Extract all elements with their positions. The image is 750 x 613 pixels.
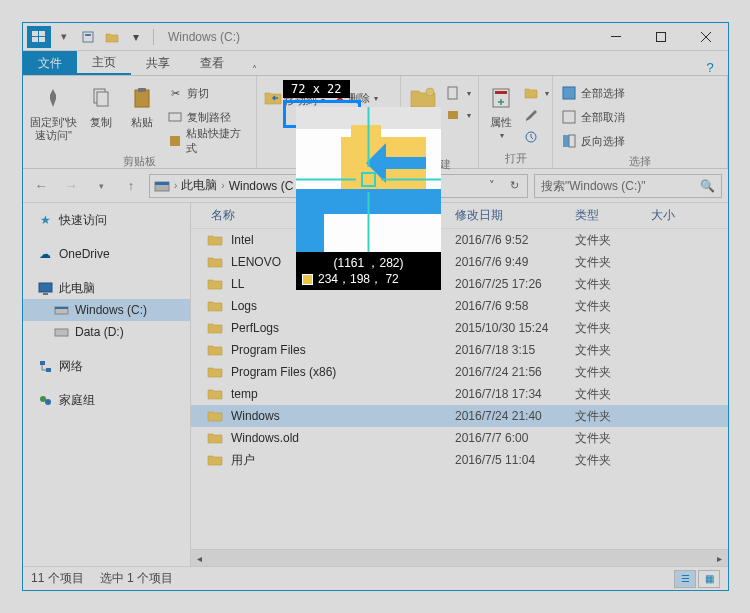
table-row[interactable]: Windows.old2016/7/7 6:00文件夹 [191,427,728,449]
chevron-right-icon[interactable]: › [221,180,224,191]
column-header[interactable]: 名称 修改日期 类型 大小 [191,203,728,229]
h-scrollbar[interactable]: ◂ ▸ [191,549,728,566]
qat-dropdown[interactable]: ▾ [53,26,75,48]
tree-drive-d[interactable]: Data (D:) [23,321,190,343]
table-row[interactable]: Windows2016/7/24 21:40文件夹 [191,405,728,427]
pin-button[interactable]: 固定到"快 速访问" [29,78,78,142]
file-type: 文件夹 [575,364,651,381]
svg-rect-15 [448,87,457,99]
properties-button[interactable]: 属性 ▾ [485,78,517,140]
help-button[interactable]: ? [698,60,728,75]
svg-rect-32 [46,368,51,372]
table-row[interactable]: Intel2016/7/6 9:52文件夹 [191,229,728,251]
table-row[interactable]: 用户2016/7/5 11:04文件夹 [191,449,728,471]
col-name[interactable]: 名称 [191,207,455,224]
open-button[interactable]: ▾ [521,82,551,104]
refresh-button[interactable]: ↻ [503,179,525,192]
quick-access-toolbar: ▾ ▾ [23,26,151,48]
cut-button[interactable]: ✂剪切 [165,82,250,104]
easy-access-button[interactable]: ▾ [443,104,473,126]
file-name: LENOVO [231,255,455,269]
search-icon[interactable]: 🔍 [700,179,715,193]
copy-button[interactable]: 复制 [82,78,120,129]
file-date: 2016/7/18 3:15 [455,343,575,357]
file-date: 2016/7/7 6:00 [455,431,575,445]
col-type[interactable]: 类型 [575,207,651,224]
view-icons-button[interactable]: ▦ [698,570,720,588]
chevron-right-icon[interactable]: › [174,180,177,191]
tab-file[interactable]: 文件 [23,51,77,75]
tree-drive-c[interactable]: Windows (C:) [23,299,190,321]
up-button[interactable]: ↑ [119,174,143,198]
table-row[interactable]: temp2016/7/18 17:34文件夹 [191,383,728,405]
invert-selection-button[interactable]: 反向选择 [559,130,627,152]
breadcrumb-drive[interactable]: Windows (C [227,179,296,193]
new-item-button[interactable]: ▾ [443,82,473,104]
breadcrumb-root[interactable]: 此电脑 [179,177,219,194]
tree-homegroup[interactable]: 家庭组 [23,389,190,411]
maximize-button[interactable] [638,23,683,51]
new-item-icon [445,85,461,101]
search-box[interactable]: 🔍 [534,174,722,198]
table-row[interactable]: PerfLogs2015/10/30 15:24文件夹 [191,317,728,339]
delete-button[interactable]: ✕ 删除 ▾ [329,78,383,106]
folder-icon [207,277,223,291]
file-type: 文件夹 [575,254,651,271]
table-row[interactable]: LL2016/7/25 17:26文件夹 [191,273,728,295]
ribbon-collapse-button[interactable]: ˄ [239,64,269,75]
folder-icon [207,255,223,269]
star-icon: ★ [37,212,53,228]
select-all-button[interactable]: 全部选择 [559,82,627,104]
tree-onedrive[interactable]: ☁OneDrive [23,243,190,265]
tab-share[interactable]: 共享 [131,51,185,75]
view-details-button[interactable]: ☰ [674,570,696,588]
copy-path-button[interactable]: 复制路径 [165,106,250,128]
table-row[interactable]: Logs2016/7/6 9:58文件夹 [191,295,728,317]
tree-this-pc[interactable]: 此电脑 [23,277,190,299]
paste-shortcut-button[interactable]: 粘贴快捷方式 [165,130,250,152]
col-size[interactable]: 大小 [651,207,728,224]
tree-network[interactable]: 网络 [23,355,190,377]
rows-container[interactable]: Intel2016/7/6 9:52文件夹LENOVO2016/7/6 9:49… [191,229,728,549]
tab-view[interactable]: 查看 [185,51,239,75]
new-folder-button[interactable]: 新建 文件夹 [407,78,439,155]
table-row[interactable]: Program Files (x86)2016/7/24 21:56文件夹 [191,361,728,383]
content-area: ★快速访问 ☁OneDrive 此电脑 Windows (C:) Data (D… [23,203,728,566]
qat-customize[interactable]: ▾ [125,26,147,48]
address-dropdown[interactable]: ˅ [481,179,503,192]
tab-home[interactable]: 主页 [77,51,131,75]
paste-shortcut-icon [167,133,182,149]
scroll-right-icon[interactable]: ▸ [711,550,728,566]
table-row[interactable]: LENOVO2016/7/6 9:49文件夹 [191,251,728,273]
close-button[interactable] [683,23,728,51]
qat-newfolder-icon[interactable] [101,26,123,48]
svg-rect-6 [611,36,621,37]
file-name: Windows.old [231,431,455,445]
folder-icon [207,299,223,313]
nav-tree[interactable]: ★快速访问 ☁OneDrive 此电脑 Windows (C:) Data (D… [23,203,191,566]
pin-icon [37,82,69,114]
tree-quick-access[interactable]: ★快速访问 [23,209,190,231]
paste-button[interactable]: 粘贴 [124,78,162,129]
forward-button[interactable]: → [59,174,83,198]
back-button[interactable]: ← [29,174,53,198]
explorer-window: ▾ ▾ Windows (C:) 文件 主页 共享 查看 ˄ ? [22,22,729,591]
search-input[interactable] [541,179,700,193]
svg-rect-29 [55,307,68,309]
select-none-button[interactable]: 全部取消 [559,106,627,128]
recent-button[interactable]: ▾ [89,174,113,198]
folder-icon [207,431,223,445]
qat-properties-icon[interactable] [77,26,99,48]
minimize-button[interactable] [593,23,638,51]
table-row[interactable]: Program Files2016/7/18 3:15文件夹 [191,339,728,361]
homegroup-icon [37,392,53,408]
history-button[interactable] [521,126,551,148]
edit-button[interactable] [521,104,551,126]
folder-icon [207,453,223,467]
moveto-button[interactable]: 移动到 ▾ [263,78,325,110]
address-bar[interactable]: › 此电脑 › Windows (C ˅ ↻ [149,174,528,198]
scroll-left-icon[interactable]: ◂ [191,550,208,566]
col-date[interactable]: 修改日期 [455,207,575,224]
status-selection: 选中 1 个项目 [100,570,173,587]
svg-rect-4 [83,32,93,42]
